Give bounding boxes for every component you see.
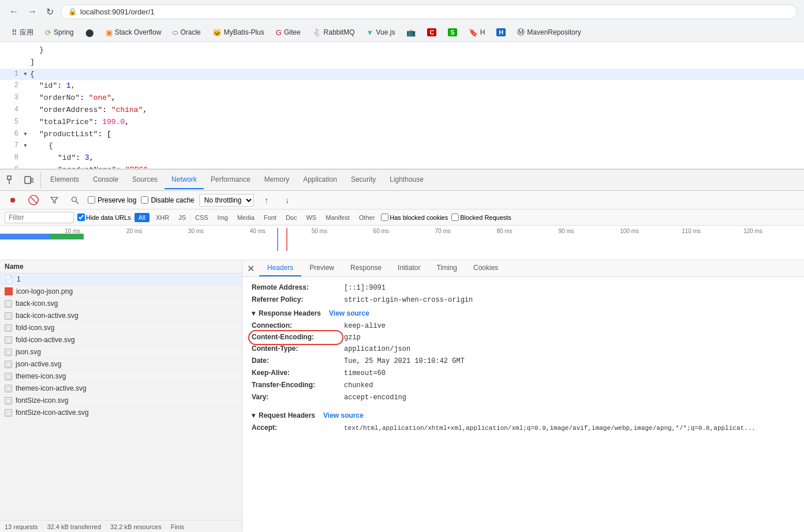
device-toolbar-icon[interactable]: [21, 172, 37, 188]
bookmark-stackoverflow[interactable]: ▣ Stack Overflow: [101, 27, 166, 38]
disable-cache-checkbox[interactable]: Disable cache: [141, 196, 194, 204]
bookmark-apps[interactable]: ⠿ 应用: [7, 27, 38, 39]
spring-icon: ⟳: [45, 28, 51, 37]
list-item-themes-icon-active[interactable]: ◻ themes-icon-active.svg: [0, 383, 242, 395]
main-content: } ] 1 ▾ { 2 "id": 1, 3 "orderNo": "one",…: [0, 42, 804, 532]
filter-manifest-button[interactable]: Manifest: [323, 213, 353, 222]
svg-icon: ◻: [5, 361, 12, 368]
preserve-log-checkbox[interactable]: Preserve log: [88, 196, 136, 204]
grid-icon: ⠿: [12, 28, 17, 37]
bookmark-mybatis[interactable]: 🐱 MyBatis-Plus: [208, 27, 269, 38]
stackoverflow-icon: ▣: [106, 28, 113, 37]
tab-headers[interactable]: Headers: [259, 260, 301, 276]
filter-img-button[interactable]: Img: [215, 213, 231, 222]
tab-memory[interactable]: Memory: [257, 171, 296, 189]
tab-performance[interactable]: Performance: [204, 171, 257, 189]
list-item-back-icon[interactable]: ◻ back-icon.svg: [0, 298, 242, 310]
tab-console[interactable]: Console: [86, 171, 125, 189]
json-line-6: 6 ▾ "productList": [: [0, 129, 804, 141]
main-panel: Name 📄 1 icon-logo-json.png ◻ back-icon.…: [0, 260, 804, 532]
blocked-requests-checkbox[interactable]: Blocked Requests: [451, 213, 511, 221]
hide-data-urls-checkbox[interactable]: Hide data URLs: [77, 213, 131, 221]
vue-icon: ▼: [367, 28, 374, 37]
file-list-scroll[interactable]: 📄 1 icon-logo-json.png ◻ back-icon.svg ◻…: [0, 274, 242, 520]
back-button[interactable]: ←: [7, 4, 21, 19]
view-source-link[interactable]: View source: [329, 309, 369, 317]
tab-preview[interactable]: Preview: [301, 260, 342, 276]
maven-icon: Ⓜ: [517, 27, 525, 38]
bookmark-github[interactable]: ⬤: [81, 27, 99, 38]
filter-css-button[interactable]: CSS: [192, 213, 211, 222]
filter-js-button[interactable]: JS: [175, 213, 189, 222]
list-item-1[interactable]: 📄 1: [0, 274, 242, 286]
search-icon[interactable]: [67, 192, 83, 208]
bookmark-h[interactable]: H: [492, 27, 510, 38]
filter-all-button[interactable]: All: [134, 213, 149, 222]
bookmark-maven[interactable]: Ⓜ MavenRepository: [513, 26, 585, 39]
bookmark-c[interactable]: C: [422, 27, 441, 38]
tab-sources[interactable]: Sources: [125, 171, 164, 189]
has-blocked-cookies-checkbox[interactable]: Has blocked cookies: [381, 213, 448, 221]
reload-button[interactable]: ↻: [44, 4, 56, 20]
tab-lighthouse[interactable]: Lighthouse: [383, 171, 431, 189]
inspect-element-icon[interactable]: [3, 172, 20, 188]
list-item-fontsize-icon[interactable]: ◻ fontSize-icon.svg: [0, 395, 242, 407]
tab-cookies[interactable]: Cookies: [465, 260, 506, 276]
download-icon[interactable]: ↓: [279, 192, 296, 208]
list-item-back-icon-active[interactable]: ◻ back-icon-active.svg: [0, 310, 242, 322]
bookmark-oracle[interactable]: ⬭ Oracle: [168, 27, 205, 38]
c-icon: C: [427, 28, 436, 36]
forward-button[interactable]: →: [25, 4, 39, 19]
json-line-8: 8 "id": 3,: [0, 152, 804, 164]
devtools-header: Elements Console Sources Network Perform…: [0, 170, 804, 191]
bookmark-bimages[interactable]: 🔖 H: [464, 27, 490, 38]
bookmark-spring[interactable]: ⟳ Spring: [40, 27, 78, 38]
upload-icon[interactable]: ↑: [259, 192, 275, 208]
filter-icon[interactable]: [46, 192, 62, 208]
tab-response[interactable]: Response: [342, 260, 390, 276]
json-line: }: [0, 44, 804, 57]
tab-network[interactable]: Network: [164, 171, 204, 189]
tab-initiator[interactable]: Initiator: [390, 260, 428, 276]
record-button[interactable]: ⏺: [5, 192, 21, 208]
tab-elements[interactable]: Elements: [43, 171, 86, 189]
filter-ws-button[interactable]: WS: [303, 213, 319, 222]
filter-font-button[interactable]: Font: [261, 213, 279, 222]
close-panel-button[interactable]: ✕: [242, 261, 259, 276]
list-item-fold-icon[interactable]: ◻ fold-icon.svg: [0, 322, 242, 334]
filter-media-button[interactable]: Media: [234, 213, 257, 222]
collapse-arrow-icon: ▾: [252, 309, 255, 317]
address-bar[interactable]: 🔒 localhost:9091/order/1: [61, 5, 797, 19]
response-headers-section[interactable]: ▾ Response Headers View source: [252, 306, 795, 320]
list-item-themes-icon[interactable]: ◻ themes-icon.svg: [0, 370, 242, 383]
list-item-fontsize-icon-active[interactable]: ◻ fontSize-icon-active.svg: [0, 407, 242, 419]
tab-security[interactable]: Security: [344, 171, 383, 189]
lock-icon: 🔒: [68, 8, 77, 16]
filter-input[interactable]: [5, 212, 74, 223]
request-headers-section[interactable]: ▾ Request Headers View source: [252, 408, 795, 422]
bookmark-vuejs[interactable]: ▼ Vue.js: [362, 27, 400, 38]
view-source-link-req[interactable]: View source: [323, 411, 364, 419]
filter-xhr-button[interactable]: XHR: [153, 213, 172, 222]
tab-timing[interactable]: Timing: [428, 260, 465, 276]
image-icon: [5, 287, 13, 295]
content-encoding-row: Content-Encoding: gzip: [252, 332, 795, 343]
bookmark-s[interactable]: S: [443, 27, 461, 38]
svg-icon: ◻: [5, 300, 12, 308]
oracle-icon: ⬭: [173, 29, 178, 36]
filter-doc-button[interactable]: Doc: [283, 213, 300, 222]
filter-other-button[interactable]: Other: [356, 213, 378, 222]
tab-application[interactable]: Application: [296, 171, 344, 189]
devtools-control-icons: [0, 172, 41, 188]
list-item-json-active-svg[interactable]: ◻ json-active.svg: [0, 358, 242, 370]
list-item-fold-icon-active[interactable]: ◻ fold-icon-active.svg: [0, 334, 242, 346]
list-item-json-logo[interactable]: icon-logo-json.png: [0, 286, 242, 298]
svg-icon: ◻: [5, 349, 12, 356]
clear-button[interactable]: 🚫: [25, 192, 42, 208]
bookmark-tv[interactable]: 📺: [402, 27, 420, 38]
throttle-select[interactable]: No throttling: [199, 194, 254, 207]
list-item-json-svg[interactable]: ◻ json.svg: [0, 346, 242, 358]
json-line-2: 2 "id": 1,: [0, 80, 804, 92]
bookmark-rabbitmq[interactable]: 🐇 RabbitMQ: [308, 27, 360, 38]
bookmark-gitee[interactable]: G Gitee: [271, 27, 305, 38]
